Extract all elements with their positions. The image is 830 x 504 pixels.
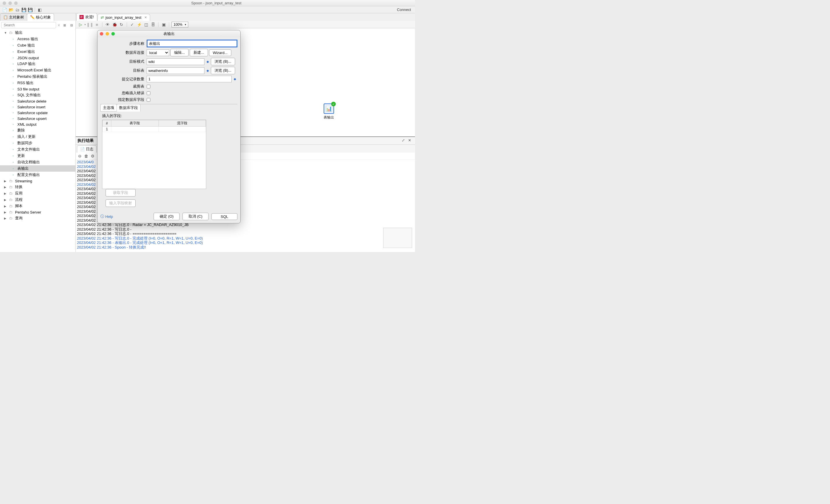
variable-icon[interactable]: ◆ [205,68,210,72]
close-tab-icon[interactable]: ✕ [144,15,147,20]
tree-folder[interactable]: ▶🗀脚本 [0,203,75,209]
wizard-button[interactable]: Wizard... [209,49,231,56]
col-index: # [103,120,111,127]
variable-icon[interactable]: ◆ [205,60,210,64]
label-truncate: 裁剪表 [100,84,147,89]
label-step-name: 步骤名称 [100,41,147,46]
tree-item[interactable]: ▫XML output [0,122,75,127]
tree-folder[interactable]: ▶🗀转换 [0,184,75,190]
save-icon[interactable]: 💾 [21,7,27,13]
tree-item[interactable]: ▫配置文件输出 [0,172,75,178]
step-name-field[interactable] [147,40,237,47]
tab-welcome[interactable]: 欢欢迎! [76,13,97,21]
map-fields-button[interactable]: 输入字段映射 [105,199,136,207]
tree-item[interactable]: ▫LDAP 输出 [0,61,75,67]
ok-button[interactable]: 确定 (O) [154,213,180,220]
tree-item[interactable]: ▫Salesforce delete [0,98,75,104]
get-fields-button[interactable]: 获取字段 [105,189,136,197]
tree-item[interactable]: ▫插入 / 更新 [0,134,75,140]
tree-item[interactable]: ▫删除 [0,127,75,134]
tree-item[interactable]: ▫Pentaho 报表输出 [0,73,75,80]
tree-item[interactable]: ▫Salesforce update [0,110,75,115]
tree-item[interactable]: ▫Salesforce insert [0,104,75,110]
explore-db-icon[interactable]: 🗄 [150,22,156,28]
tree-item[interactable]: ▫更新 [0,153,75,159]
minimap[interactable] [383,228,412,248]
explore-icon[interactable]: 🗂 [14,7,20,13]
tree-folder[interactable]: ▶🗀Pentaho Server [0,209,75,215]
show-results-icon[interactable]: ▣ [161,22,167,28]
preview-icon[interactable]: 👁 [105,22,110,28]
collapse-all-icon[interactable]: ⊟ [68,23,74,28]
commit-size-field[interactable] [147,76,232,82]
tree-item[interactable]: ▫自动文档输出 [0,159,75,165]
tree-folder[interactable]: ▶🗀应用 [0,190,75,197]
dialog-tab-db-fields[interactable]: 数据库字段 [117,104,140,111]
sql-button[interactable]: SQL [212,213,237,220]
new-file-icon[interactable]: 📄 [2,7,7,13]
canvas-step-table-output[interactable]: 📊✓ 表输出 [324,103,334,120]
tree-item[interactable]: ▫Access 输出 [0,36,75,42]
specify-fields-checkbox[interactable] [147,98,150,102]
tree-item[interactable]: ▫SQL 文件输出 [0,92,75,98]
tree-item[interactable]: ▫RSS 输出 [0,80,75,86]
tree-item[interactable]: ▫表输出 [0,165,75,172]
help-link[interactable]: ⓘ Help [100,214,113,219]
browse-table-button[interactable]: 浏览 (B)... [211,67,235,74]
tree-item[interactable]: ▫Salesforce upsert [0,115,75,122]
replay-icon[interactable]: ↻ [119,22,124,28]
stop-icon[interactable]: ■ [94,22,100,28]
target-schema-field[interactable] [147,58,204,65]
tab-core-objects[interactable]: ✏️ 核心对象 [27,13,54,21]
tree-item[interactable]: ▫数据同步 [0,140,75,146]
log-settings-icon[interactable]: ⚙ [90,153,95,159]
tree-item[interactable]: ▫Microsoft Excel 输出 [0,67,75,73]
close-icon[interactable] [3,1,6,5]
truncate-checkbox[interactable] [147,85,150,89]
ignore-errors-checkbox[interactable] [147,91,150,95]
dialog-tab-main[interactable]: 主选项 [100,104,117,111]
verify-icon[interactable]: ✓ [129,22,135,28]
expand-all-icon[interactable]: ⊞ [62,23,67,28]
tree-folder[interactable]: ▶🗀流程 [0,197,75,203]
tree-item[interactable]: ▫文本文件输出 [0,146,75,153]
tree-folder[interactable]: ▶🗀查询 [0,215,75,222]
label-commit-size: 提交记录数量 [100,76,147,82]
browse-schema-button[interactable]: 浏览 (B)... [211,58,235,65]
fields-grid[interactable]: # 表字段 流字段 1 [102,120,206,189]
log-clear-icon[interactable]: ⊖ [77,153,83,159]
tab-transformation[interactable]: ⇄json_input_array_test✕ [97,14,150,21]
impact-icon[interactable]: ⚡ [136,22,142,28]
results-tab-log[interactable]: 📄 日志 [77,145,97,153]
variable-icon[interactable]: ◆ [233,77,237,81]
target-table-field[interactable] [147,67,204,74]
perspective-icon[interactable]: ◧ [37,7,42,13]
maximize-icon[interactable] [14,1,18,5]
edit-connection-button[interactable]: 编辑... [170,49,189,56]
cancel-button[interactable]: 取消 (C) [183,213,209,220]
debug-icon[interactable]: 🐞 [111,22,118,28]
save-as-icon[interactable]: 💾 [27,7,33,13]
run-icon[interactable]: ▷ [77,22,83,28]
minimize-icon[interactable] [8,1,12,5]
search-input[interactable] [1,22,56,28]
maximize-results-icon[interactable]: ⤢ [402,138,407,143]
tree-folder-output[interactable]: ▼🗀输出 [0,30,75,36]
open-file-icon[interactable]: 📂 [8,7,14,13]
db-connection-select[interactable]: local [147,49,169,56]
zoom-select[interactable]: 100%▾ [171,22,188,28]
clear-search-icon[interactable]: ✕ [57,23,60,28]
new-connection-button[interactable]: 新建... [190,49,208,56]
pause-icon[interactable]: ❚❚ [87,22,93,28]
tree-item[interactable]: ▫JSON output [0,55,75,61]
sql-icon[interactable]: ◫ [143,22,149,28]
log-delete-icon[interactable]: 🗑 [83,153,89,159]
tree-item[interactable]: ▫Excel 输出 [0,48,75,55]
results-title: 执行结果 [77,138,94,143]
tree-item[interactable]: ▫Cube 输出 [0,42,75,48]
tree-folder[interactable]: ▶🗀Streaming [0,178,75,184]
tab-main-object-tree[interactable]: 📋 主对象树 [0,13,27,21]
tree-item[interactable]: ▫S3 file output [0,86,75,92]
close-results-icon[interactable]: ✕ [408,138,413,143]
connect-link[interactable]: Connect [395,7,413,12]
